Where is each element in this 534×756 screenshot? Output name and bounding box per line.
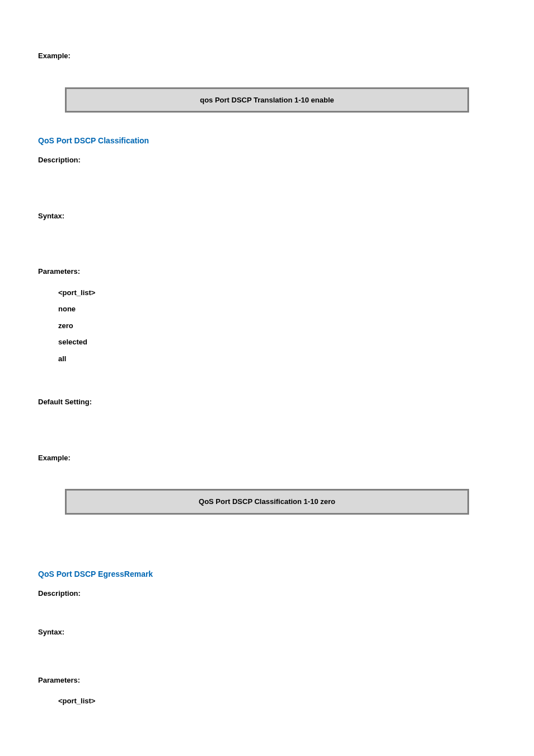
document-page: Example: qos Port DSCP Translation 1-10 … [0,0,534,735]
example-label-top: Example: [38,50,496,62]
syntax-label-2: Syntax: [38,627,496,638]
parameters-label-2: Parameters: [38,675,496,686]
example-label-1: Example: [38,452,496,464]
code-box-2: QoS Port DSCP Classification 1-10 zero [65,489,469,515]
param-list-2: <port_list> [58,696,496,707]
syntax-label-1: Syntax: [38,211,496,222]
param-selected: selected [58,337,496,348]
code-box-1: qos Port DSCP Translation 1-10 enable [65,87,469,113]
param-zero: zero [58,320,496,332]
param-list-1: <port_list> none zero selected all [58,287,496,365]
description-label-2: Description: [38,588,496,599]
param-port-list-2: <port_list> [58,696,496,707]
param-none: none [58,304,496,315]
default-setting-label: Default Setting: [38,396,496,408]
param-port-list: <port_list> [58,287,496,298]
section-title-egressremark: QoS Port DSCP EgressRemark [38,568,496,580]
description-label-1: Description: [38,155,496,166]
parameters-label-1: Parameters: [38,266,496,277]
section-title-classification: QoS Port DSCP Classification [38,135,496,147]
param-all: all [58,353,496,365]
